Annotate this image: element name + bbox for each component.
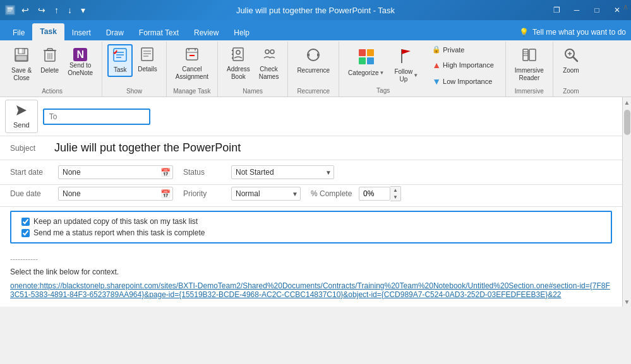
app-icon bbox=[5, 5, 15, 15]
actions-label: Actions bbox=[8, 86, 97, 97]
follow-up-btn[interactable]: FollowUp ▼ bbox=[390, 45, 422, 86]
send-report-checkbox[interactable] bbox=[21, 229, 30, 237]
low-importance-btn[interactable]: ▼ Low Importance bbox=[428, 74, 498, 88]
scroll-up-btn[interactable]: ▲ bbox=[623, 97, 632, 107]
svg-rect-45 bbox=[529, 49, 536, 61]
cancel-assignment-btn[interactable]: CancelAssignment bbox=[172, 44, 212, 83]
undo-btn[interactable]: ↩ bbox=[19, 4, 32, 16]
percent-complete-group: % Complete ▲ ▼ bbox=[311, 186, 401, 201]
svg-rect-7 bbox=[16, 56, 27, 61]
categorize-label: Categorize bbox=[348, 69, 378, 77]
window-title: Julie will put together the PowerPoint -… bbox=[236, 6, 395, 15]
onenote-link[interactable]: onenote:https://blackstonelp.sharepoint.… bbox=[10, 281, 612, 299]
manage-task-label: Manage Task bbox=[172, 86, 212, 97]
to-input[interactable] bbox=[43, 109, 150, 125]
send-button[interactable]: Send bbox=[5, 100, 38, 133]
ribbon-group-names: AddressBook CheckNames Names bbox=[218, 42, 288, 97]
immersive-buttons: ImmersiveReader bbox=[511, 43, 548, 86]
start-date-wrap: 📅 bbox=[58, 165, 173, 179]
status-select[interactable]: Not Started In Progress Completed Waitin… bbox=[231, 165, 334, 179]
redo-btn[interactable]: ↪ bbox=[35, 4, 48, 16]
details-btn[interactable]: Details bbox=[134, 44, 161, 76]
minimize-btn[interactable]: ─ bbox=[568, 3, 586, 17]
start-date-label: Start date bbox=[10, 168, 54, 177]
maximize-btn[interactable]: □ bbox=[588, 3, 606, 17]
actions-buttons: Save &Close Delete N bbox=[8, 43, 97, 86]
send-report-label: Send me a status report when this task i… bbox=[33, 228, 205, 237]
delete-icon bbox=[43, 47, 57, 66]
immersive-reader-btn[interactable]: ImmersiveReader bbox=[511, 44, 548, 85]
status-label: Status bbox=[183, 168, 227, 177]
percent-complete-input[interactable] bbox=[359, 187, 390, 201]
restore-window-btn[interactable]: ❐ bbox=[548, 3, 565, 17]
due-date-label: Due date bbox=[10, 189, 54, 198]
due-date-calendar-icon[interactable]: 📅 bbox=[160, 189, 171, 199]
priority-select[interactable]: Low Normal High bbox=[231, 187, 301, 201]
lightbulb-icon: 💡 bbox=[519, 28, 529, 37]
save-close-btn[interactable]: Save &Close bbox=[8, 44, 35, 85]
svg-rect-24 bbox=[186, 49, 198, 60]
tab-file[interactable]: File bbox=[5, 25, 32, 40]
address-book-btn[interactable]: AddressBook bbox=[223, 44, 254, 83]
separator: ----------- bbox=[10, 255, 612, 264]
percent-down-btn[interactable]: ▼ bbox=[390, 194, 400, 201]
private-btn[interactable]: 🔒 Private bbox=[428, 44, 498, 56]
immersive-reader-label: ImmersiveReader bbox=[515, 67, 544, 82]
tell-me-search[interactable]: 💡 Tell me what you want to do bbox=[519, 28, 626, 40]
svg-line-50 bbox=[573, 57, 577, 61]
svg-rect-38 bbox=[359, 49, 366, 56]
delete-btn[interactable]: Delete bbox=[37, 44, 63, 77]
high-importance-icon: ▲ bbox=[432, 60, 441, 70]
context-text: Select the link below for context. bbox=[10, 267, 612, 276]
percent-up-btn[interactable]: ▲ bbox=[390, 187, 400, 194]
due-date-input[interactable] bbox=[58, 187, 173, 201]
start-date-calendar-icon[interactable]: 📅 bbox=[160, 168, 171, 177]
up-arrow-btn[interactable]: ↑ bbox=[52, 4, 61, 16]
high-importance-btn[interactable]: ▲ High Importance bbox=[428, 58, 498, 72]
keep-copy-label: Keep an updated copy of this task on my … bbox=[33, 217, 198, 226]
keep-copy-checkbox[interactable] bbox=[21, 218, 30, 226]
tab-insert[interactable]: Insert bbox=[64, 25, 99, 40]
zoom-label: Zoom bbox=[563, 67, 579, 74]
tab-task[interactable]: Task bbox=[32, 23, 64, 40]
send-to-onenote-label: Send toOneNote bbox=[68, 62, 93, 77]
categorize-btn[interactable]: Categorize ▼ bbox=[344, 45, 388, 79]
follow-up-dropdown-icon: ▼ bbox=[413, 73, 418, 78]
recurrence-buttons: Recurrence bbox=[293, 43, 334, 86]
scroll-down-btn[interactable]: ▼ bbox=[623, 296, 632, 307]
vertical-scrollbar[interactable]: ▲ ▼ bbox=[622, 97, 631, 307]
task-view-label: Task bbox=[114, 66, 127, 74]
priority-select-wrap: Low Normal High ▼ bbox=[231, 187, 301, 201]
low-importance-icon: ▼ bbox=[432, 76, 441, 86]
down-arrow-btn[interactable]: ↓ bbox=[65, 4, 75, 16]
tab-format-text[interactable]: Format Text bbox=[131, 25, 186, 40]
zoom-icon bbox=[563, 47, 579, 66]
ribbon-group-show: Task Details Show bbox=[102, 42, 167, 97]
recurrence-btn[interactable]: Recurrence bbox=[293, 44, 334, 77]
customize-btn[interactable]: ▾ bbox=[78, 4, 88, 16]
scrollbar-thumb[interactable] bbox=[624, 110, 630, 135]
check-names-btn[interactable]: CheckNames bbox=[255, 44, 283, 83]
show-buttons: Task Details bbox=[107, 43, 161, 86]
svg-rect-40 bbox=[359, 57, 366, 64]
categorize-icon bbox=[358, 48, 375, 68]
subject-row: Subject Julie will put together the Powe… bbox=[0, 136, 622, 160]
tab-review[interactable]: Review bbox=[186, 25, 226, 40]
start-date-input[interactable] bbox=[58, 165, 173, 179]
status-select-wrap: Not Started In Progress Completed Waitin… bbox=[231, 165, 334, 179]
task-view-btn[interactable]: Task bbox=[107, 44, 133, 77]
to-field-row: Send bbox=[0, 97, 622, 136]
svg-rect-2 bbox=[8, 9, 13, 10]
send-to-onenote-btn[interactable]: N Send toOneNote bbox=[64, 44, 97, 79]
tab-draw[interactable]: Draw bbox=[99, 25, 131, 40]
svg-rect-20 bbox=[141, 48, 153, 61]
zoom-btn[interactable]: Zoom bbox=[558, 44, 584, 77]
collapse-ribbon-btn[interactable]: ∧ bbox=[623, 3, 628, 11]
tab-help[interactable]: Help bbox=[226, 25, 257, 40]
ribbon-group-actions: Save &Close Delete N bbox=[3, 42, 102, 97]
main-content: Send Subject Julie will put together the… bbox=[0, 97, 631, 307]
recurrence-label: Recurrence bbox=[297, 67, 330, 74]
priority-group: Priority Low Normal High ▼ bbox=[183, 187, 301, 201]
svg-rect-39 bbox=[367, 49, 374, 56]
ribbon-group-zoom: Zoom Zoom ∧ bbox=[553, 42, 589, 97]
